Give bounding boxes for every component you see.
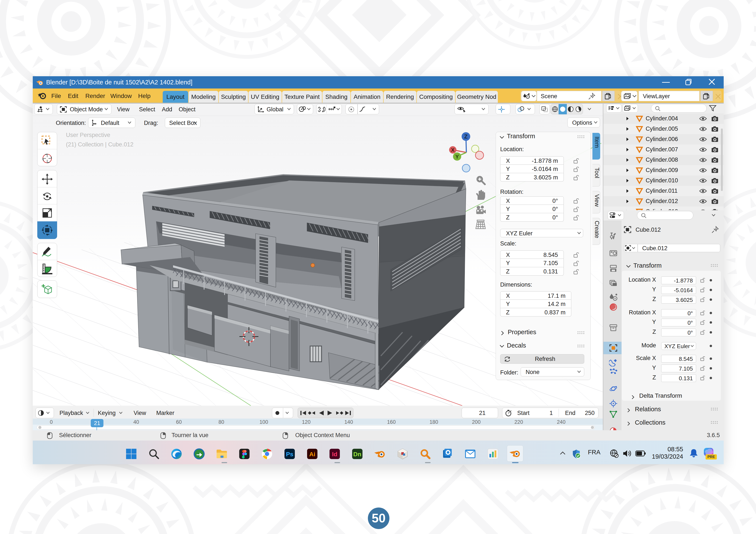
svg-text:Ai: Ai — [309, 451, 315, 458]
svg-text:Ps: Ps — [286, 451, 293, 458]
svg-text:Id: Id — [332, 451, 338, 458]
svg-text:Z: Z — [464, 133, 468, 140]
svg-text:X: X — [451, 147, 454, 153]
svg-text:Y: Y — [455, 154, 459, 160]
svg-text:Dn: Dn — [353, 451, 361, 458]
